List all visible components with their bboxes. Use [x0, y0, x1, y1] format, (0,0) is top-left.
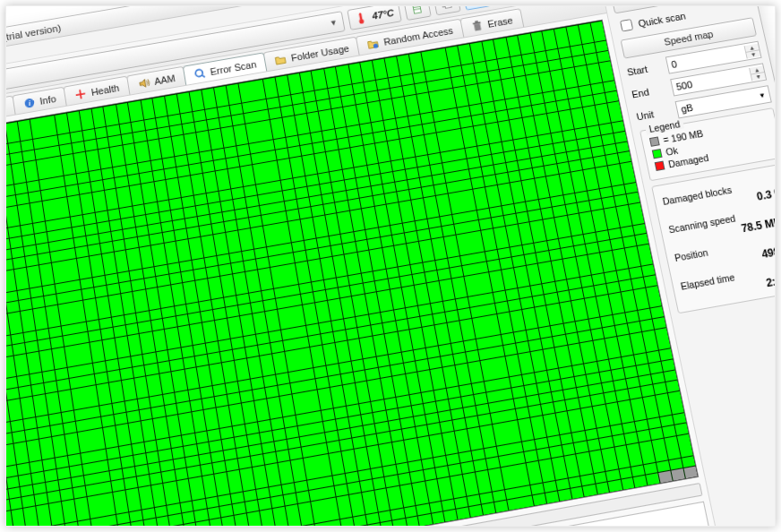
end-value: 500 [672, 69, 751, 92]
temperature-value: 47°C [372, 7, 395, 21]
tab-label: AAM [153, 73, 176, 86]
spinner-down-icon[interactable]: ▼ [746, 50, 760, 58]
metrics-group: Damaged blocks0.3 % Scanning speed78.5 M… [651, 163, 776, 313]
tab-label: Erase [486, 14, 513, 29]
info-icon: i [22, 96, 37, 110]
folder-usage-icon [273, 53, 288, 67]
erase-icon [470, 19, 485, 33]
legend-ok-label: Ok [665, 145, 679, 158]
legend-ok-swatch [652, 149, 663, 159]
svg-rect-4 [443, 5, 451, 8]
start-value: 0 [667, 47, 747, 70]
quick-scan-label: Quick scan [637, 10, 686, 28]
temperature-indicator: 47°C [347, 5, 401, 30]
tab-label: Info [39, 93, 57, 107]
app-window: Tune Pro 5.50 - Hard Disk/SSD Utility (t… [5, 5, 776, 527]
health-icon [73, 87, 88, 101]
toolbar-btn-doc2[interactable] [433, 5, 460, 15]
aam-icon [136, 76, 150, 90]
toolbar-btn-doc1[interactable] [403, 5, 431, 21]
end-label: End [631, 83, 667, 99]
legend-damaged-swatch [655, 161, 665, 171]
copy-icon [439, 5, 453, 10]
unit-value: gB [680, 102, 694, 115]
spinner-down-icon[interactable]: ▼ [751, 73, 766, 81]
start-label: Start [626, 61, 663, 77]
legend-block-swatch [649, 136, 660, 146]
toolbar-btn-screenshot[interactable] [462, 5, 491, 10]
chevron-down-icon: ▼ [758, 90, 767, 99]
svg-point-1 [359, 19, 365, 24]
tab-label: Health [90, 82, 120, 98]
document-icon [410, 5, 425, 15]
tab-label: Error Scan [210, 58, 257, 76]
random-access-icon [366, 37, 381, 51]
chevron-down-icon: ▼ [329, 18, 338, 28]
error-scan-icon [193, 66, 207, 81]
thermometer-icon [354, 11, 368, 25]
